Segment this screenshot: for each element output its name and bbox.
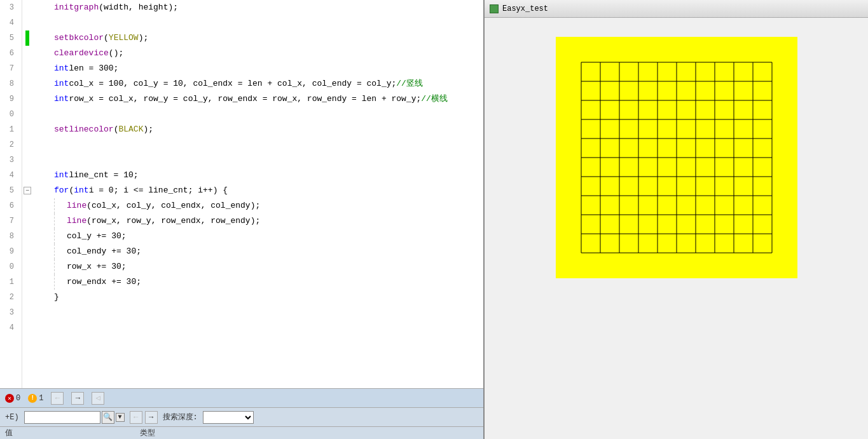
line-number: 4 (0, 15, 17, 30)
code-token-plain: col_y += 30; (67, 229, 127, 244)
indent-guide (54, 213, 67, 229)
line-number: 7 (0, 213, 17, 229)
code-area: 3456789012345678901234 − initgraph(width… (0, 0, 483, 388)
code-line: int len = 300; (41, 61, 483, 76)
code-token-fn: setbkcolor (54, 30, 104, 46)
search-icon-btn[interactable]: 🔍 (102, 411, 114, 424)
line-number: 2 (0, 137, 17, 152)
error-count: ✕ 0 (5, 394, 20, 403)
code-token-fn: setlinecolor (54, 122, 114, 137)
code-line (41, 107, 483, 122)
code-token-plain: ( (104, 30, 109, 46)
code-line: setlinecolor(BLACK); (41, 122, 483, 137)
warning-count: ! 1 (28, 394, 43, 403)
nav-extra-button[interactable]: ◁ (92, 392, 104, 405)
search-depth-label: 搜索深度: (163, 412, 198, 422)
code-token-comment: //横线 (421, 91, 448, 107)
line-number: 5 (0, 183, 17, 198)
code-token-fn: initgraph (54, 0, 99, 15)
code-line: row_endx += 30; (41, 274, 483, 290)
prev-button[interactable]: ← (130, 411, 142, 424)
code-token-kw: for (54, 183, 69, 198)
line-numbers: 3456789012345678901234 (0, 0, 22, 388)
bottom-cols: 值 类型 (0, 426, 483, 439)
code-token-plain: (width, height); (99, 0, 178, 15)
code-token-plain: ); (139, 30, 149, 46)
error-icon: ✕ (5, 394, 14, 403)
code-token-comment: //竖线 (396, 76, 423, 91)
code-line (41, 137, 483, 152)
fold-button[interactable]: − (24, 187, 31, 194)
editor-panel: 3456789012345678901234 − initgraph(width… (0, 0, 483, 439)
nav-arrows: ← → (130, 411, 158, 424)
line-number: 6 (0, 46, 17, 61)
code-line (41, 305, 483, 320)
code-token-yellow-kw: YELLOW (109, 30, 139, 46)
search-dropdown-btn[interactable]: ▼ (116, 413, 125, 422)
code-lines: initgraph(width, height);setbkcolor(YELL… (35, 0, 483, 388)
line-number: 8 (0, 76, 17, 91)
easyx-app-icon (490, 4, 499, 13)
line-number: 4 (0, 168, 17, 183)
line-number: 1 (0, 122, 17, 137)
easyx-titlebar: Easyx_test (485, 0, 868, 18)
code-token-plain: row_x = col_x, row_y = col_y, row_endx =… (69, 91, 421, 107)
code-token-plain: (col_x, col_y, col_endx, col_endy); (86, 198, 260, 213)
warning-number: 1 (39, 394, 43, 403)
line-number: 0 (0, 259, 17, 274)
code-token-kw: int (74, 183, 88, 198)
line-number: 9 (0, 91, 17, 107)
line-number: 3 (0, 152, 17, 168)
code-line (41, 15, 483, 30)
easyx-canvas (556, 37, 797, 278)
code-token-plain: ); (143, 122, 153, 137)
line-number: 1 (0, 274, 17, 290)
search-function-label: +E) (5, 413, 19, 422)
code-line: col_y += 30; (41, 229, 483, 244)
code-line: cleardevice(); (41, 46, 483, 61)
error-number: 0 (16, 394, 20, 403)
green-indicator (25, 30, 29, 46)
code-line: int row_x = col_x, row_y = col_y, row_en… (41, 91, 483, 107)
code-token-plain: i = 0; i <= line_cnt; i++) { (89, 183, 228, 198)
code-token-fn: line (67, 213, 86, 229)
line-number: 0 (0, 107, 17, 122)
line-number: 7 (0, 61, 17, 76)
line-number: 8 (0, 229, 17, 244)
code-line: initgraph(width, height); (41, 0, 483, 15)
code-token-plain: row_x += 30; (67, 259, 127, 274)
code-token-plain: row_endx += 30; (67, 274, 141, 290)
code-line: int line_cnt = 10; (41, 168, 483, 183)
next-button[interactable]: → (145, 411, 158, 424)
indent-guide (54, 259, 67, 274)
easyx-panel: Easyx_test (483, 0, 868, 439)
line-number: 3 (0, 0, 17, 15)
code-line: setbkcolor(YELLOW); (41, 30, 483, 46)
type-label: 类型 (140, 428, 155, 438)
code-token-plain: len = 300; (69, 61, 118, 76)
code-token-plain: } (54, 290, 59, 305)
code-token-plain: col_endy += 30; (67, 244, 141, 259)
code-token-plain: line_cnt = 10; (69, 168, 138, 183)
search-input[interactable] (24, 411, 100, 424)
code-token-fn: line (67, 198, 86, 213)
code-token-kw: int (54, 91, 69, 107)
code-token-fn: cleardevice (54, 46, 109, 61)
indent-guide (54, 244, 67, 259)
code-line: int col_x = 100, col_y = 10, col_endx = … (41, 76, 483, 91)
value-label: 值 (5, 428, 13, 438)
code-token-plain: ( (114, 122, 119, 137)
code-token-plain: ( (69, 183, 74, 198)
line-number: 2 (0, 290, 17, 305)
nav-forward-button[interactable]: → (71, 392, 84, 405)
code-line (41, 320, 483, 335)
code-token-plain: (row_x, row_y, row_endx, row_endy); (86, 213, 260, 229)
code-token-kw: int (54, 168, 69, 183)
code-line: line(row_x, row_y, row_endx, row_endy); (41, 213, 483, 229)
code-token-plain: col_x = 100, col_y = 10, col_endx = len … (69, 76, 396, 91)
code-token-plain: (); (109, 46, 123, 61)
line-number: 5 (0, 30, 17, 46)
nav-back-button[interactable]: ← (51, 392, 64, 405)
status-bar: ✕ 0 ! 1 ← → ◁ (0, 388, 483, 407)
search-depth-select[interactable] (203, 411, 254, 424)
